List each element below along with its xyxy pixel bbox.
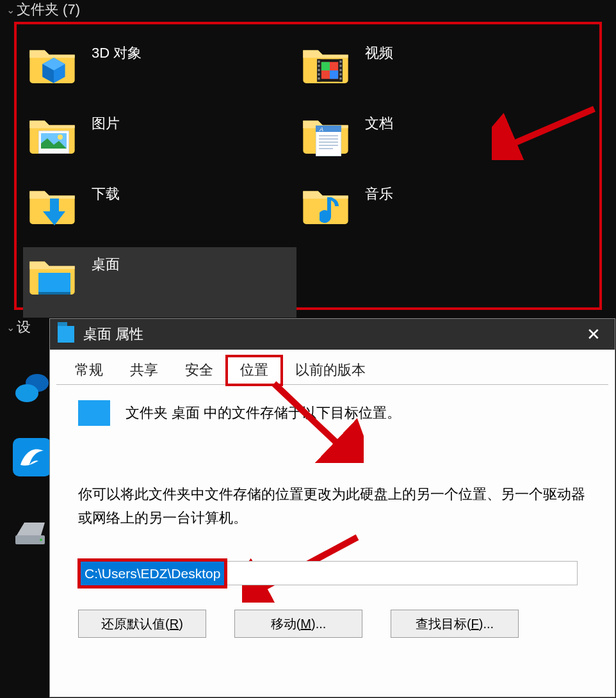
svg-rect-25 xyxy=(319,145,338,146)
folder-icon xyxy=(302,181,350,229)
dialog-title: 桌面 属性 xyxy=(83,325,143,344)
folders-grid: 3D 对象 视频 图片 A 文档 xyxy=(17,24,599,329)
folders-section-header[interactable]: ⌄ 文件夹 (7) xyxy=(0,0,616,19)
svg-rect-7 xyxy=(318,65,320,67)
folder-label: 文档 xyxy=(365,110,393,133)
folder-icon xyxy=(28,251,76,299)
folder-icon: A xyxy=(302,110,350,158)
folder-icon xyxy=(28,40,76,88)
folder-label: 桌面 xyxy=(92,251,120,274)
folder-music[interactable]: 音乐 xyxy=(296,177,570,247)
drive-icon[interactable] xyxy=(13,517,51,556)
drive-icon[interactable] xyxy=(13,438,51,476)
desktop-icon xyxy=(58,326,74,343)
svg-rect-6 xyxy=(318,61,320,63)
dialog-buttons-row: 还原默认值(R) 移动(M)... 查找目标(F)... xyxy=(78,610,587,638)
dialog-titlebar[interactable]: 桌面 属性 ✕ xyxy=(50,319,615,350)
folder-3d-objects[interactable]: 3D 对象 xyxy=(23,36,296,106)
folder-pictures[interactable]: 图片 xyxy=(23,106,296,177)
svg-rect-14 xyxy=(340,73,342,75)
svg-point-31 xyxy=(40,539,42,541)
desktop-icon xyxy=(78,400,110,426)
restore-defaults-button[interactable]: 还原默认值(R) xyxy=(78,610,206,638)
tab-share[interactable]: 共享 xyxy=(117,356,172,384)
find-target-button[interactable]: 查找目标(F)... xyxy=(391,610,519,638)
annotation-arrow-icon xyxy=(492,102,601,160)
svg-rect-15 xyxy=(340,77,342,79)
svg-point-18 xyxy=(58,134,63,140)
svg-rect-27 xyxy=(38,273,70,293)
device-icons-column xyxy=(13,359,54,569)
svg-rect-28 xyxy=(38,292,70,295)
svg-rect-3 xyxy=(330,70,338,79)
folder-label: 下载 xyxy=(92,181,120,204)
svg-text:A: A xyxy=(319,126,323,133)
svg-line-29 xyxy=(505,109,594,147)
folder-label: 视频 xyxy=(365,40,393,63)
tabs-bar: 常规 共享 安全 位置 以前的版本 xyxy=(50,350,615,384)
path-value-selected[interactable]: C:\Users\EDZ\Desktop xyxy=(77,558,227,589)
folder-label: 图片 xyxy=(92,110,120,133)
svg-rect-23 xyxy=(319,138,338,140)
folder-desktop[interactable]: 桌面 xyxy=(23,247,296,318)
path-field-wrap: C:\Users\EDZ\Desktop xyxy=(78,558,587,590)
svg-line-32 xyxy=(274,384,344,450)
folder-label: 音乐 xyxy=(365,181,393,204)
folder-downloads[interactable]: 下载 xyxy=(23,177,296,247)
folder-icon xyxy=(302,40,350,88)
folder-label: 3D 对象 xyxy=(92,40,142,63)
svg-rect-26 xyxy=(319,148,333,149)
properties-dialog: 桌面 属性 ✕ 常规 共享 安全 位置 以前的版本 文件夹 桌面 中的文件存储于… xyxy=(50,319,615,697)
svg-rect-10 xyxy=(318,77,320,79)
annotation-arrow-icon xyxy=(248,380,364,463)
svg-rect-8 xyxy=(318,69,320,71)
folder-icon xyxy=(28,181,76,229)
tab-security[interactable]: 安全 xyxy=(172,356,227,384)
svg-rect-13 xyxy=(340,69,342,71)
chevron-down-icon: ⌄ xyxy=(4,4,17,16)
svg-rect-11 xyxy=(340,61,342,63)
drive-icon[interactable] xyxy=(13,371,51,410)
svg-rect-2 xyxy=(321,62,330,70)
annotation-box-folders: 3D 对象 视频 图片 A 文档 xyxy=(14,22,602,310)
svg-rect-9 xyxy=(318,73,320,75)
folder-videos[interactable]: 视频 xyxy=(296,36,570,106)
location-description-2: 你可以将此文件夹中文件存储的位置更改为此硬盘上的另一个位置、另一个驱动器或网络上… xyxy=(78,482,587,530)
tab-general[interactable]: 常规 xyxy=(61,356,117,384)
move-button[interactable]: 移动(M)... xyxy=(234,610,362,638)
close-icon[interactable]: ✕ xyxy=(580,325,607,345)
svg-rect-12 xyxy=(340,65,342,67)
svg-rect-22 xyxy=(319,135,338,136)
svg-rect-24 xyxy=(319,142,338,143)
folder-icon xyxy=(28,110,76,158)
chevron-down-icon: ⌄ xyxy=(4,321,17,334)
folders-section-title: 文件夹 (7) xyxy=(17,0,80,19)
